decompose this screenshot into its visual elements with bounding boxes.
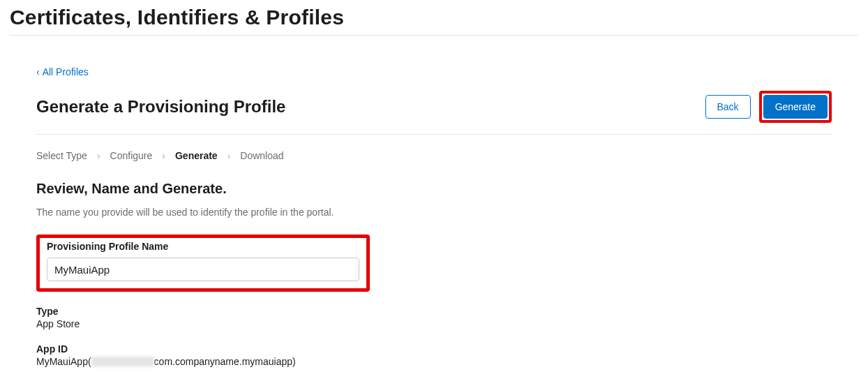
crumb-generate: Generate: [175, 150, 218, 161]
header-row: Generate a Provisioning Profile Back Gen…: [36, 91, 832, 135]
section-heading: Review, Name and Generate.: [36, 181, 832, 197]
crumb-configure[interactable]: Configure: [110, 150, 153, 161]
appid-label: App ID: [36, 343, 832, 355]
chevron-right-icon: ›: [97, 150, 100, 161]
generate-button-highlight: Generate: [759, 91, 832, 123]
chevron-right-icon: ›: [227, 150, 231, 161]
crumb-download: Download: [240, 150, 283, 161]
chevron-right-icon: ›: [162, 150, 165, 161]
appid-field: App ID MyMauiApp(com.companyname.mymauia…: [36, 343, 832, 367]
generate-button[interactable]: Generate: [763, 95, 828, 119]
redacted-id: [91, 357, 154, 366]
button-row: Back Generate: [705, 91, 832, 123]
section-subheading: The name you provide will be used to ide…: [36, 207, 832, 218]
page-title: Certificates, Identifiers & Profiles: [10, 0, 858, 36]
wizard-title: Generate a Provisioning Profile: [36, 97, 285, 117]
back-button[interactable]: Back: [705, 95, 751, 119]
all-profiles-label: All Profiles: [43, 66, 89, 77]
breadcrumb: Select Type › Configure › Generate › Dow…: [36, 150, 832, 161]
all-profiles-link[interactable]: ‹ All Profiles: [36, 66, 89, 77]
chevron-left-icon: ‹: [36, 66, 40, 77]
profile-name-input[interactable]: [47, 258, 359, 281]
type-field: Type App Store: [36, 306, 832, 329]
profile-name-highlight: Provisioning Profile Name: [36, 235, 370, 292]
type-label: Type: [36, 306, 832, 317]
profile-name-label: Provisioning Profile Name: [47, 241, 359, 252]
type-value: App Store: [36, 318, 832, 329]
crumb-select-type[interactable]: Select Type: [36, 150, 87, 161]
appid-value: MyMauiApp(com.companyname.mymauiapp): [36, 356, 832, 367]
